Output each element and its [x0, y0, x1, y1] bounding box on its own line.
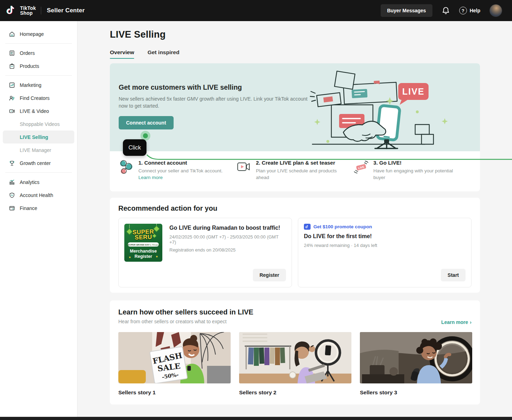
- top-bar: TikTok Shop Seller Center Buyer Messages…: [0, 0, 512, 21]
- learn-more-link[interactable]: Learn more: [138, 175, 163, 180]
- coupon-label: Get $100 promote coupon: [313, 224, 372, 229]
- sidebar-item-label: Products: [20, 63, 39, 69]
- hero-description: New sellers achieved 5x faster GMV growt…: [119, 95, 309, 109]
- sidebar-item-growth-center[interactable]: Growth center: [3, 157, 74, 170]
- sidebar-item-shoppable-videos[interactable]: Shoppable Videos: [3, 117, 74, 131]
- sidebar-item-analytics[interactable]: Analytics: [3, 176, 74, 189]
- live-video-icon: [9, 108, 15, 114]
- step-title: 1. Connect account: [138, 160, 223, 166]
- live-selling-illustration: LIVE: [310, 70, 455, 149]
- seller-story-1[interactable]: FLASH SALE -50%- Sellers story 1: [118, 332, 231, 396]
- campaign-deadline: Registration ends on 20/08/2025: [169, 247, 286, 253]
- tab-bar: Overview Get inspired: [110, 49, 480, 59]
- campaign-schedule: 24/02/2025 00:00 (GMT +7) - 25/03/2025 0…: [169, 234, 286, 245]
- stories-heading: Learn how other sellers succeed in LIVE: [118, 308, 472, 316]
- story-photo-3[interactable]: [360, 332, 472, 383]
- campaign-ribbon: SUPER BRAND DAY | Megaseller: [128, 242, 159, 247]
- video-camera-icon: [236, 160, 251, 174]
- topbar-actions: Buyer Messages ? Help: [381, 4, 512, 17]
- chevron-right-icon: ›: [470, 319, 472, 325]
- sidebar-item-label: Growth center: [20, 160, 51, 166]
- sidebar-item-label: Find Creators: [20, 95, 50, 101]
- campaign-logo-line2: SERU: [124, 234, 162, 241]
- seller-story-2[interactable]: Sellers story 2: [239, 332, 351, 396]
- notifications-button[interactable]: [442, 6, 450, 15]
- hero-copy: Get more customers with LIVE selling New…: [119, 83, 309, 129]
- home-icon: [9, 31, 15, 37]
- main-content: LIVE Selling Overview Get inspired Get m…: [77, 21, 512, 417]
- sidebar-item-homepage[interactable]: Homepage: [3, 27, 74, 40]
- story-photo-1[interactable]: FLASH SALE -50%-: [118, 332, 231, 383]
- step-go-live: LIVE 3. Go LIVE! Have fun engaging with …: [354, 160, 471, 191]
- stories-subheading: Hear from other sellers or creators what…: [118, 319, 472, 324]
- topbar-divider: [41, 7, 41, 14]
- app-title: Seller Center: [47, 7, 85, 14]
- sidebar-item-label: Homepage: [20, 31, 44, 37]
- recommended-actions-card: Recommended action for you SUPER SERU: [110, 198, 480, 293]
- step-connect-account: 1. Connect account Connect your seller a…: [119, 160, 236, 191]
- orders-icon: [9, 50, 15, 56]
- step-title: 2. Create LIVE plan & set teaser: [256, 160, 347, 166]
- sidebar-item-marketing[interactable]: Marketing: [3, 78, 74, 91]
- connect-nodes-icon: [119, 160, 133, 174]
- sidebar-item-label: Finance: [20, 205, 37, 211]
- live-onboarding-card: Get more customers with LIVE selling New…: [110, 63, 480, 191]
- campaign-thumbnail[interactable]: SUPER SERU SUPER BRAND DAY | Megaseller …: [124, 224, 162, 262]
- sidebar-item-finance[interactable]: Finance: [3, 202, 74, 215]
- sidebar-item-live-selling[interactable]: LIVE Selling: [3, 131, 74, 144]
- sidebar-item-label: LIVE & Video: [20, 108, 49, 114]
- brand-wordmark: TikTok Shop: [20, 6, 36, 15]
- help-label: Help: [470, 8, 480, 13]
- products-icon: [9, 63, 15, 69]
- seller-stories-card: Learn how other sellers succeed in LIVE …: [110, 300, 480, 405]
- connect-account-button[interactable]: Connect account: [119, 116, 174, 129]
- sidebar-item-live-video[interactable]: LIVE & Video: [3, 104, 74, 117]
- stories-learn-more-link[interactable]: Learn more ›: [441, 319, 472, 325]
- sidebar-item-account-health[interactable]: Account Health: [3, 189, 74, 202]
- sidebar-item-orders[interactable]: Orders: [3, 46, 74, 59]
- buyer-messages-button[interactable]: Buyer Messages: [381, 4, 432, 17]
- story-label: Sellers story 1: [118, 389, 231, 396]
- account-avatar[interactable]: [489, 4, 502, 17]
- tab-overview[interactable]: Overview: [110, 49, 134, 59]
- sidebar-item-label: Analytics: [20, 179, 39, 185]
- brand-line1: TikTok: [20, 6, 36, 11]
- sidebar-item-find-creators[interactable]: Find Creators: [3, 91, 74, 104]
- register-button[interactable]: Register: [253, 269, 286, 281]
- help-button[interactable]: ? Help: [459, 7, 480, 14]
- campaign-logo: SUPER SERU: [124, 229, 162, 241]
- bottom-edge-bar: [0, 417, 512, 420]
- tab-get-inspired[interactable]: Get inspired: [148, 49, 179, 59]
- reward-title: Do LIVE for the first time!: [304, 233, 466, 240]
- first-live-reward-card: Get $100 promote coupon Do LIVE for the …: [298, 218, 472, 287]
- tiktok-note-icon: [6, 5, 17, 17]
- seller-story-3[interactable]: Sellers story 3: [360, 332, 472, 396]
- star-decoration: ★: [156, 255, 158, 258]
- start-button[interactable]: Start: [441, 269, 466, 281]
- star-decoration: ★: [129, 256, 131, 259]
- hero-title: Get more customers with LIVE selling: [119, 83, 309, 91]
- find-creators-icon: [9, 95, 15, 101]
- shield-icon: [9, 192, 15, 198]
- sidebar-item-label: LIVE Selling: [20, 134, 48, 140]
- growth-center-icon: [9, 160, 15, 166]
- page-title: LIVE Selling: [110, 29, 480, 40]
- stories-row: FLASH SALE -50%- Sellers story 1: [118, 332, 472, 396]
- story-photo-2[interactable]: [239, 332, 351, 383]
- sidebar-item-products[interactable]: Products: [3, 59, 74, 72]
- click-tooltip: Click: [123, 139, 146, 156]
- step-description: Have fun engaging with your potential bu…: [373, 167, 464, 181]
- sidebar-item-live-manager[interactable]: LIVE Manager: [3, 144, 74, 157]
- tiktok-coupon-icon: [304, 224, 311, 230]
- tiktok-shop-logo[interactable]: TikTok Shop: [0, 5, 36, 17]
- question-icon: ?: [459, 7, 467, 14]
- sidebar-divider: [5, 172, 72, 173]
- coupon-row: Get $100 promote coupon: [304, 224, 466, 230]
- sidebar-divider: [5, 75, 72, 76]
- analytics-icon: [9, 179, 15, 185]
- sidebar-item-label: Marketing: [20, 82, 41, 88]
- step-create-live-plan: 2. Create LIVE plan & set teaser Plan yo…: [236, 160, 354, 191]
- live-bubble-text: LIVE: [402, 87, 425, 96]
- sidebar-item-label: Orders: [20, 50, 35, 56]
- live-badge-icon: LIVE: [354, 160, 368, 174]
